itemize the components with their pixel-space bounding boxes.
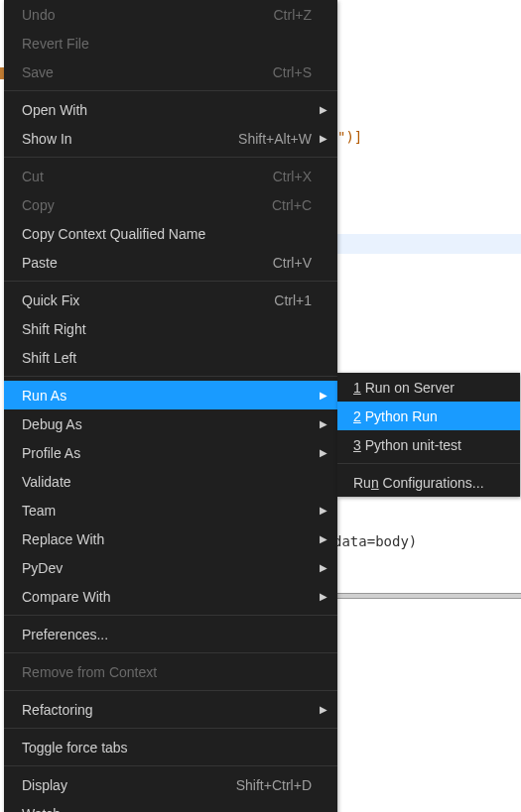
submenu-run-on-server-label: 1 Run on Server: [353, 380, 510, 396]
submenu-arrow-icon: ▶: [318, 419, 327, 429]
submenu-arrow-icon: ▶: [318, 592, 327, 602]
menu-debug-as[interactable]: Debug As ▶: [4, 409, 337, 438]
code-fragment-1: ")]: [337, 129, 362, 145]
menu-separator: [4, 376, 337, 377]
menu-profile-as[interactable]: Profile As ▶: [4, 438, 337, 467]
menu-separator: [4, 281, 337, 282]
menu-cut-label: Cut: [22, 169, 273, 184]
menu-shift-right[interactable]: Shift Right: [4, 314, 337, 343]
menu-refactoring-label: Refactoring: [22, 702, 318, 718]
menu-undo-label: Undo: [22, 7, 274, 23]
submenu-arrow-icon: ▶: [318, 134, 327, 144]
menu-validate-label: Validate: [22, 474, 318, 490]
submenu-arrow-icon: ▶: [318, 705, 327, 715]
submenu-run-on-server[interactable]: 1 Run on Server: [337, 373, 520, 402]
menu-preferences[interactable]: Preferences...: [4, 620, 337, 648]
submenu-arrow-icon: ▶: [318, 563, 327, 573]
submenu-arrow-icon: ▶: [318, 448, 327, 458]
menu-undo[interactable]: Undo Ctrl+Z: [4, 0, 337, 29]
menu-revert-label: Revert File: [22, 36, 318, 52]
menu-compare-with[interactable]: Compare With ▶: [4, 582, 337, 611]
menu-removectx-label: Remove from Context: [22, 664, 318, 680]
menu-team-label: Team: [22, 503, 318, 519]
menu-cut[interactable]: Cut Ctrl+X: [4, 162, 337, 190]
menu-replacewith-label: Replace With: [22, 531, 318, 547]
code-fragment-2: data=body): [333, 533, 417, 549]
menu-separator: [4, 90, 337, 91]
menu-copy-label: Copy: [22, 197, 272, 213]
menu-copy-qualified-name[interactable]: Copy Context Qualified Name: [4, 219, 337, 248]
context-menu: Undo Ctrl+Z Revert File Save Ctrl+S Open…: [4, 0, 337, 812]
menu-undo-shortcut: Ctrl+Z: [274, 7, 319, 23]
menu-validate[interactable]: Validate: [4, 467, 337, 496]
menu-separator: [4, 157, 337, 158]
submenu-arrow-icon: ▶: [318, 105, 327, 115]
menu-display-label: Display: [22, 777, 236, 793]
menu-separator: [4, 652, 337, 653]
menu-separator: [4, 765, 337, 766]
menu-debugas-label: Debug As: [22, 416, 318, 432]
submenu-python-unit-test[interactable]: 3 Python unit-test: [337, 430, 520, 459]
menu-revert-file[interactable]: Revert File: [4, 29, 337, 58]
menu-copyctx-label: Copy Context Qualified Name: [22, 226, 318, 242]
menu-watch[interactable]: Watch: [4, 799, 337, 812]
submenu-run-configurations[interactable]: Run Configurations...: [337, 468, 520, 497]
menu-quickfix-shortcut: Ctrl+1: [274, 292, 318, 308]
menu-separator: [4, 690, 337, 691]
submenu-python-run-label: 2 Python Run: [353, 408, 510, 424]
menu-runas-label: Run As: [22, 388, 318, 404]
menu-shift-left[interactable]: Shift Left: [4, 343, 337, 372]
menu-save-label: Save: [22, 64, 273, 80]
submenu-separator: [337, 463, 520, 464]
menu-paste-shortcut: Ctrl+V: [273, 255, 318, 271]
menu-paste[interactable]: Paste Ctrl+V: [4, 248, 337, 277]
menu-quick-fix[interactable]: Quick Fix Ctrl+1: [4, 286, 337, 314]
submenu-python-run[interactable]: 2 Python Run: [337, 402, 520, 430]
menu-profileas-label: Profile As: [22, 445, 318, 461]
submenu-arrow-icon: ▶: [318, 506, 327, 516]
menu-show-in-shortcut: Shift+Alt+W: [238, 131, 318, 147]
menu-comparewith-label: Compare With: [22, 589, 318, 605]
menu-separator: [4, 728, 337, 729]
menu-copy-shortcut: Ctrl+C: [272, 197, 318, 213]
run-as-submenu: 1 Run on Server 2 Python Run 3 Python un…: [337, 373, 520, 497]
submenu-run-configurations-label: Run Configurations...: [353, 475, 510, 491]
menu-toggle-force-tabs[interactable]: Toggle force tabs: [4, 733, 337, 761]
menu-copy[interactable]: Copy Ctrl+C: [4, 190, 337, 219]
menu-pydev-label: PyDev: [22, 560, 318, 576]
menu-show-in[interactable]: Show In Shift+Alt+W ▶: [4, 124, 337, 153]
menu-display-shortcut: Shift+Ctrl+D: [236, 777, 318, 793]
editor-divider: [337, 593, 521, 599]
menu-shiftleft-label: Shift Left: [22, 350, 318, 366]
menu-show-in-label: Show In: [22, 131, 238, 147]
menu-open-with[interactable]: Open With ▶: [4, 95, 337, 124]
menu-team[interactable]: Team ▶: [4, 496, 337, 524]
submenu-python-unit-test-label: 3 Python unit-test: [353, 437, 510, 453]
submenu-arrow-icon: ▶: [318, 534, 327, 544]
menu-toggleforce-label: Toggle force tabs: [22, 740, 318, 755]
editor-highlight-line: [337, 234, 521, 254]
menu-shiftright-label: Shift Right: [22, 321, 318, 337]
submenu-arrow-icon: ▶: [318, 391, 327, 401]
menu-replace-with[interactable]: Replace With ▶: [4, 524, 337, 553]
menu-display[interactable]: Display Shift+Ctrl+D: [4, 770, 337, 799]
menu-open-with-label: Open With: [22, 102, 318, 118]
menu-quickfix-label: Quick Fix: [22, 292, 274, 308]
menu-separator: [4, 615, 337, 616]
menu-cut-shortcut: Ctrl+X: [273, 169, 318, 184]
menu-save[interactable]: Save Ctrl+S: [4, 58, 337, 86]
menu-preferences-label: Preferences...: [22, 627, 318, 642]
menu-save-shortcut: Ctrl+S: [273, 64, 318, 80]
menu-run-as[interactable]: Run As ▶: [4, 381, 337, 409]
menu-watch-label: Watch: [22, 806, 318, 813]
menu-refactoring[interactable]: Refactoring ▶: [4, 695, 337, 724]
menu-paste-label: Paste: [22, 255, 273, 271]
menu-remove-from-context[interactable]: Remove from Context: [4, 657, 337, 686]
menu-pydev[interactable]: PyDev ▶: [4, 553, 337, 582]
